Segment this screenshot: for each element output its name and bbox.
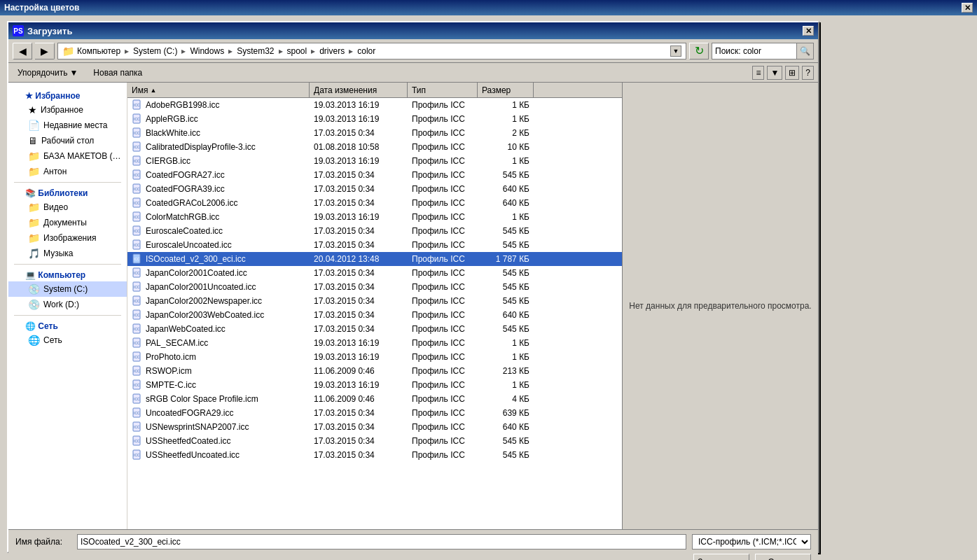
svg-text:ICC: ICC bbox=[134, 425, 140, 429]
sidebar-item-systemc[interactable]: 💿 System (C:) bbox=[8, 281, 127, 297]
filename-input[interactable] bbox=[77, 534, 686, 550]
file-date-cell: 17.03.2015 0:34 bbox=[310, 239, 408, 251]
sidebar-item-desktop[interactable]: 🖥 Рабочий стол bbox=[8, 133, 127, 148]
file-date-cell: 17.03.2015 0:34 bbox=[310, 267, 408, 279]
view-toggle-dropdown[interactable]: ▼ bbox=[767, 66, 782, 80]
sidebar-item-baza[interactable]: 📁 БАЗА МАКЕТОВ (serv bbox=[8, 148, 127, 164]
table-row[interactable]: ICC JapanColor2002Newspaper.icc 17.03.20… bbox=[127, 294, 622, 308]
search-input[interactable] bbox=[712, 45, 796, 57]
forward-button[interactable]: ▶ bbox=[35, 43, 55, 59]
table-row[interactable]: ICC UncoatedFOGRA29.icc 17.03.2015 0:34 … bbox=[127, 406, 622, 420]
col-header-size[interactable]: Размер bbox=[478, 83, 534, 97]
table-row[interactable]: ICC ColorMatchRGB.icc 19.03.2013 16:19 П… bbox=[127, 210, 622, 224]
svg-text:ICC: ICC bbox=[134, 341, 140, 345]
path-color[interactable]: color bbox=[357, 46, 375, 56]
path-system[interactable]: System (C:) bbox=[133, 46, 177, 56]
help-button[interactable]: ? bbox=[802, 66, 814, 80]
table-row[interactable]: ICC CoatedFOGRA39.icc 17.03.2015 0:34 Пр… bbox=[127, 182, 622, 196]
table-row[interactable]: ICC JapanWebCoated.icc 17.03.2015 0:34 П… bbox=[127, 322, 622, 336]
col-header-name[interactable]: Имя ▲ bbox=[127, 83, 310, 97]
table-row[interactable]: ICC SMPTE-C.icc 19.03.2013 16:19 Профиль… bbox=[127, 378, 622, 392]
address-dropdown[interactable]: ▼ bbox=[670, 46, 681, 57]
table-row[interactable]: ICC USSheetfedUncoated.icc 17.03.2015 0:… bbox=[127, 448, 622, 462]
sidebar-computer-label[interactable]: 💻 Компьютер bbox=[8, 267, 127, 281]
search-button[interactable]: 🔍 bbox=[796, 43, 813, 59]
table-row[interactable]: ICC JapanColor2001Uncoated.icc 17.03.201… bbox=[127, 280, 622, 294]
table-row[interactable]: ICC USNewsprintSNAP2007.icc 17.03.2015 0… bbox=[127, 420, 622, 434]
organize-button[interactable]: Упорядочить ▼ bbox=[13, 65, 83, 80]
file-date-cell: 19.03.2013 16:19 bbox=[310, 337, 408, 349]
path-windows[interactable]: Windows bbox=[190, 46, 224, 56]
sidebar-item-anton[interactable]: 📁 Антон bbox=[8, 164, 127, 179]
table-row[interactable]: ICC ISOcoated_v2_300_eci.icc 20.04.2012 … bbox=[127, 252, 622, 266]
sidebar-network-label[interactable]: 🌐 Сеть bbox=[8, 318, 127, 332]
drive-c-icon: 💿 bbox=[28, 284, 40, 295]
path-computer[interactable]: Компьютер bbox=[77, 46, 120, 56]
sidebar-item-video[interactable]: 📁 Видео bbox=[8, 200, 127, 215]
view-details-button[interactable]: ≡ bbox=[752, 66, 764, 80]
file-size-cell: 545 КБ bbox=[478, 239, 534, 251]
new-folder-button[interactable]: Новая папка bbox=[88, 65, 147, 80]
col-header-type[interactable]: Тип bbox=[408, 83, 478, 97]
file-type-cell: Профиль ICC bbox=[408, 183, 478, 195]
sidebar-item-images[interactable]: 📁 Изображения bbox=[8, 230, 127, 246]
network-folder-icon: 📁 bbox=[28, 150, 40, 162]
file-size-cell: 545 КБ bbox=[478, 435, 534, 447]
sidebar-item-recent[interactable]: 📄 Недавние места bbox=[8, 118, 127, 133]
filetype-select[interactable]: ICC-профиль (*.ICM;*.ICC) bbox=[692, 534, 811, 550]
address-path[interactable]: 📁 Компьютер ▸ System (C:) ▸ Windows ▸ Sy… bbox=[57, 43, 686, 59]
sidebar-item-label: Избранное bbox=[41, 105, 83, 115]
file-size-cell: 640 КБ bbox=[478, 309, 534, 321]
load-button[interactable]: Загрузить ▼ bbox=[693, 554, 749, 560]
file-type-cell: Профиль ICC bbox=[408, 295, 478, 307]
file-date-cell: 17.03.2015 0:34 bbox=[310, 281, 408, 293]
path-spool[interactable]: spool bbox=[287, 46, 307, 56]
sidebar-item-network[interactable]: 🌐 Сеть bbox=[8, 332, 127, 348]
sidebar-item-music[interactable]: 🎵 Музыка bbox=[8, 246, 127, 261]
table-row[interactable]: ICC AppleRGB.icc 19.03.2013 16:19 Профил… bbox=[127, 112, 622, 126]
file-size-cell: 545 КБ bbox=[478, 267, 534, 279]
table-row[interactable]: ICC ProPhoto.icm 19.03.2013 16:19 Профил… bbox=[127, 350, 622, 364]
svg-text:ICC: ICC bbox=[134, 355, 140, 359]
sidebar-item-docs[interactable]: 📁 Документы bbox=[8, 215, 127, 230]
table-row[interactable]: ICC CIERGB.icc 19.03.2013 16:19 Профиль … bbox=[127, 154, 622, 168]
file-date-cell: 19.03.2013 16:19 bbox=[310, 211, 408, 223]
bg-close-button[interactable]: ✕ bbox=[962, 3, 973, 13]
table-row[interactable]: ICC sRGB Color Space Profile.icm 11.06.2… bbox=[127, 392, 622, 406]
cancel-button[interactable]: Отмена bbox=[755, 554, 811, 560]
path-system32[interactable]: System32 bbox=[237, 46, 274, 56]
col-header-date[interactable]: Дата изменения bbox=[310, 83, 408, 97]
back-button[interactable]: ◀ bbox=[13, 43, 32, 59]
file-date-cell: 17.03.2015 0:34 bbox=[310, 169, 408, 181]
file-list[interactable]: ICC AdobeRGB1998.icc 19.03.2013 16:19 Пр… bbox=[127, 98, 622, 529]
file-size-cell: 1 КБ bbox=[478, 351, 534, 363]
table-row[interactable]: ICC EuroscaleUncoated.icc 17.03.2015 0:3… bbox=[127, 238, 622, 252]
table-row[interactable]: ICC USSheetfedCoated.icc 17.03.2015 0:34… bbox=[127, 434, 622, 448]
sidebar-item-workd[interactable]: 💿 Work (D:) bbox=[8, 297, 127, 312]
sidebar-libraries-label[interactable]: 📚 Библиотеки bbox=[8, 186, 127, 200]
sidebar-item-favorites[interactable]: ★ Избранное bbox=[8, 102, 127, 118]
sidebar-favorites-label[interactable]: ★ Избранное bbox=[8, 88, 127, 102]
path-drivers[interactable]: drivers bbox=[319, 46, 345, 56]
file-type-cell: Профиль ICC bbox=[408, 379, 478, 391]
table-row[interactable]: ICC CoatedGRACoL2006.icc 17.03.2015 0:34… bbox=[127, 196, 622, 210]
table-row[interactable]: ICC BlackWhite.icc 17.03.2015 0:34 Профи… bbox=[127, 126, 622, 140]
table-row[interactable]: ICC PAL_SECAM.icc 19.03.2013 16:19 Профи… bbox=[127, 336, 622, 350]
table-row[interactable]: ICC JapanColor2001Coated.icc 17.03.2015 … bbox=[127, 266, 622, 280]
file-name-cell: ICC RSWOP.icm bbox=[127, 365, 310, 377]
file-date-cell: 17.03.2015 0:34 bbox=[310, 295, 408, 307]
table-row[interactable]: ICC AdobeRGB1998.icc 19.03.2013 16:19 Пр… bbox=[127, 98, 622, 112]
view-large-icons-button[interactable]: ⊞ bbox=[785, 66, 799, 80]
refresh-button[interactable]: ↻ bbox=[689, 43, 709, 59]
svg-text:ICC: ICC bbox=[134, 131, 140, 135]
file-date-cell: 17.03.2015 0:34 bbox=[310, 421, 408, 433]
table-row[interactable]: ICC CoatedFOGRA27.icc 17.03.2015 0:34 Пр… bbox=[127, 168, 622, 182]
sidebar-item-label: Рабочий стол bbox=[41, 136, 94, 146]
table-row[interactable]: ICC CalibratedDisplayProfile-3.icc 01.08… bbox=[127, 140, 622, 154]
table-row[interactable]: ICC JapanColor2003WebCoated.icc 17.03.20… bbox=[127, 308, 622, 322]
table-row[interactable]: ICC RSWOP.icm 11.06.2009 0:46 Профиль IC… bbox=[127, 364, 622, 378]
table-row[interactable]: ICC EuroscaleCoated.icc 17.03.2015 0:34 … bbox=[127, 224, 622, 238]
network-icon: 🌐 bbox=[28, 335, 40, 346]
main-close-button[interactable]: ✕ bbox=[803, 26, 814, 36]
file-name: JapanWebCoated.icc bbox=[146, 324, 226, 334]
